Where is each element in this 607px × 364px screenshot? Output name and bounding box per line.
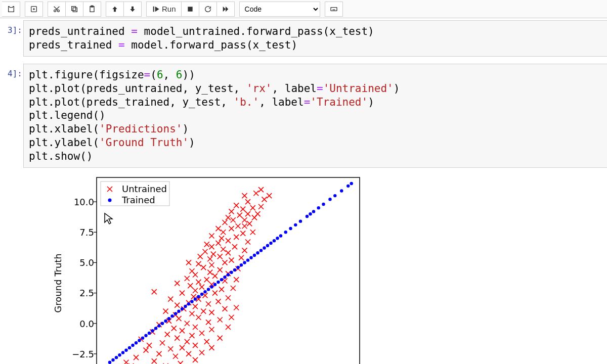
svg-point-306 <box>144 334 147 337</box>
svg-point-316 <box>177 309 180 312</box>
save-icon <box>7 5 15 13</box>
svg-point-309 <box>154 327 157 330</box>
svg-point-303 <box>135 341 138 344</box>
svg-point-334 <box>236 266 239 269</box>
svg-rect-7 <box>73 8 77 12</box>
command-palette-button[interactable] <box>325 2 343 17</box>
svg-point-360 <box>346 185 350 188</box>
svg-point-317 <box>181 307 184 310</box>
input-prompt: 4]: <box>0 64 23 78</box>
svg-point-348 <box>284 231 287 234</box>
svg-point-308 <box>151 329 154 332</box>
y-tick-label: 2.5 <box>79 288 94 298</box>
svg-point-361 <box>350 182 353 185</box>
svg-point-346 <box>276 237 279 240</box>
svg-point-331 <box>227 273 230 276</box>
y-tick-label: 5.0 <box>79 257 94 268</box>
arrow-up-icon <box>111 5 119 13</box>
matplotlib-figure: Ground Truth −2.50.02.55.07.510.0 Untrai… <box>28 175 362 364</box>
cut-button[interactable] <box>48 2 66 17</box>
move-up-button[interactable] <box>106 2 124 17</box>
svg-point-310 <box>157 324 160 327</box>
svg-point-332 <box>230 270 233 274</box>
insert-cell-below-button[interactable] <box>25 2 43 17</box>
restart-button[interactable] <box>199 2 217 17</box>
code-cell[interactable]: plt.figure(figsize=(6, 6)) plt.plot(pred… <box>23 64 607 168</box>
svg-point-325 <box>207 288 210 291</box>
svg-point-337 <box>246 258 249 261</box>
svg-point-351 <box>299 219 302 222</box>
svg-point-354 <box>312 210 315 213</box>
svg-point-355 <box>317 206 320 209</box>
svg-point-366 <box>108 198 112 202</box>
svg-point-339 <box>253 254 256 257</box>
svg-point-356 <box>322 203 325 206</box>
plus-icon <box>30 5 38 13</box>
code-cell[interactable]: preds_untrained = model_untrained.forwar… <box>23 20 607 57</box>
svg-point-296 <box>111 358 114 361</box>
svg-rect-8 <box>72 6 76 10</box>
fast-forward-icon <box>222 5 230 13</box>
svg-point-352 <box>306 215 309 218</box>
svg-point-326 <box>210 285 213 288</box>
svg-point-298 <box>118 353 121 356</box>
svg-point-336 <box>243 261 246 264</box>
y-tick-label: 7.5 <box>79 227 94 238</box>
copy-button[interactable] <box>65 2 83 17</box>
run-button[interactable]: Run <box>146 2 182 17</box>
paste-button[interactable] <box>83 2 101 17</box>
cut-icon <box>53 5 61 13</box>
y-tick-label: 0.0 <box>79 318 94 329</box>
svg-point-304 <box>138 339 141 342</box>
svg-point-349 <box>289 227 292 230</box>
run-icon <box>152 5 160 13</box>
svg-point-341 <box>259 249 263 252</box>
svg-point-330 <box>223 276 226 279</box>
svg-point-299 <box>121 351 124 354</box>
svg-point-358 <box>333 194 336 197</box>
svg-point-338 <box>249 256 252 259</box>
svg-point-343 <box>266 244 269 247</box>
code-cell-row: 3]: preds_untrained = model_untrained.fo… <box>0 20 607 57</box>
svg-point-305 <box>141 336 144 339</box>
svg-point-318 <box>184 305 187 308</box>
y-tick-label: −2.5 <box>72 348 94 359</box>
svg-point-357 <box>328 198 331 201</box>
svg-point-311 <box>161 322 164 325</box>
svg-point-315 <box>174 312 177 315</box>
output-area: Ground Truth −2.50.02.55.07.510.0 Untrai… <box>0 168 607 364</box>
run-label: Run <box>162 5 176 13</box>
svg-point-350 <box>294 223 297 226</box>
svg-point-327 <box>213 283 216 286</box>
svg-point-345 <box>273 239 276 242</box>
cell-type-select[interactable]: Code <box>239 2 320 17</box>
svg-point-335 <box>240 263 243 266</box>
restart-icon <box>204 5 212 13</box>
svg-point-322 <box>197 295 200 298</box>
svg-point-359 <box>340 189 343 192</box>
restart-run-all-button[interactable] <box>216 2 235 17</box>
svg-point-302 <box>131 344 134 347</box>
svg-rect-11 <box>153 6 154 12</box>
svg-point-347 <box>279 234 282 237</box>
svg-point-307 <box>148 332 151 335</box>
svg-point-323 <box>200 293 203 296</box>
save-button[interactable] <box>2 2 20 17</box>
keyboard-icon <box>330 5 338 13</box>
interrupt-button[interactable] <box>181 2 199 17</box>
code-cell-row: 4]: plt.figure(figsize=(6, 6)) plt.plot(… <box>0 64 607 168</box>
svg-point-328 <box>216 281 220 284</box>
svg-point-324 <box>203 290 206 293</box>
svg-point-312 <box>164 320 167 323</box>
svg-point-319 <box>187 302 190 305</box>
svg-point-344 <box>269 242 272 245</box>
arrow-down-icon <box>128 5 137 13</box>
copy-icon <box>70 5 78 13</box>
svg-point-301 <box>128 346 131 349</box>
svg-text:Trained: Trained <box>121 195 155 205</box>
svg-point-314 <box>170 314 174 317</box>
svg-point-320 <box>190 300 193 303</box>
svg-point-353 <box>309 212 312 215</box>
move-down-button[interactable] <box>123 2 142 17</box>
y-tick-label: 10.0 <box>74 197 94 207</box>
